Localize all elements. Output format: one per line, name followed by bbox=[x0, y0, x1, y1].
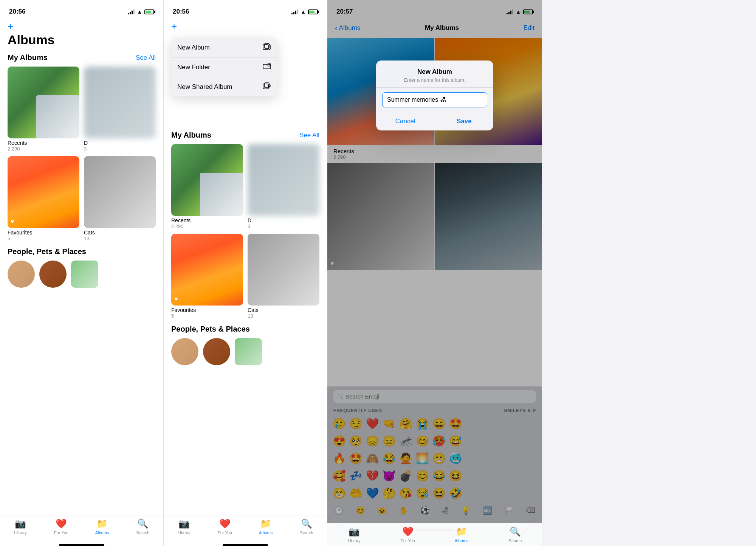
library-icon-1: 📷 bbox=[15, 518, 26, 529]
tab-foryou-label-3: For You bbox=[401, 538, 415, 543]
people-title-1: People, Pets & Places bbox=[8, 247, 156, 256]
my-albums-header-1: My Albums See All bbox=[0, 53, 163, 62]
tab-library-label-1: Library bbox=[14, 530, 27, 535]
tab-search-1[interactable]: 🔍 Search bbox=[122, 518, 163, 535]
tab-search-label-3: Search bbox=[509, 538, 522, 543]
see-all-button-1[interactable]: See All bbox=[136, 54, 156, 62]
battery-icon-1 bbox=[144, 9, 154, 14]
album-grid-1: Recents 2 290 D 3 ♥ Favourites 5 Cats 13 bbox=[0, 67, 163, 241]
album-item-cats-1[interactable]: Cats 13 bbox=[84, 156, 156, 241]
album-name-input[interactable] bbox=[382, 92, 487, 107]
album-count-cats-2: 13 bbox=[248, 313, 319, 319]
new-album-item[interactable]: New Album bbox=[171, 38, 277, 57]
heart-icon-1: ♥ bbox=[11, 218, 14, 225]
new-folder-icon bbox=[263, 63, 271, 71]
save-button[interactable]: Save bbox=[435, 112, 494, 130]
tab-search-label-2: Search bbox=[300, 530, 313, 535]
person-1[interactable] bbox=[8, 261, 35, 288]
tab-foryou-3[interactable]: ❤️ For You bbox=[381, 526, 435, 543]
people-row-2 bbox=[171, 338, 319, 365]
new-album-dialog: New Album Enter a name for this album. C… bbox=[376, 60, 493, 130]
library-icon-3: 📷 bbox=[349, 526, 360, 537]
see-all-button-2[interactable]: See All bbox=[299, 132, 319, 139]
tab-search-3[interactable]: 🔍 Search bbox=[488, 526, 542, 543]
album-name-d-1: D bbox=[84, 140, 156, 146]
signal-icon-2 bbox=[291, 9, 298, 14]
phone-panel-1: 20:56 ▲ + Albums My Albums See All Recen… bbox=[0, 0, 164, 546]
dialog-input-wrap bbox=[376, 88, 493, 112]
battery-icon-2 bbox=[308, 9, 318, 14]
album-grid-2: Recents 2 290 D 3 ♥ Favourites 5 Cats 13 bbox=[164, 144, 327, 319]
album-item-d-1[interactable]: D 3 bbox=[84, 67, 156, 152]
album-item-fav-2[interactable]: ♥ Favourites 5 bbox=[171, 234, 243, 319]
new-folder-item[interactable]: New Folder bbox=[171, 57, 277, 77]
map-thumb-2[interactable] bbox=[235, 338, 262, 365]
dialog-title: New Album bbox=[384, 68, 486, 76]
status-time-1: 20:56 bbox=[9, 8, 25, 16]
person-3[interactable] bbox=[171, 338, 198, 365]
album-count-recents-1: 2 290 bbox=[8, 146, 79, 152]
svg-rect-3 bbox=[263, 84, 268, 89]
tab-albums-1[interactable]: 📁 Albums bbox=[82, 518, 122, 535]
cancel-button[interactable]: Cancel bbox=[376, 112, 435, 130]
tab-albums-2[interactable]: 📁 Albums bbox=[245, 518, 286, 535]
tab-bar-3: 📷 Library ❤️ For You 📁 Albums 🔍 Search bbox=[327, 523, 542, 546]
album-name-d-2: D bbox=[248, 217, 319, 223]
new-shared-album-icon bbox=[263, 82, 271, 91]
album-item-recents-2[interactable]: Recents 2 290 bbox=[171, 144, 243, 229]
svg-rect-0 bbox=[263, 45, 268, 50]
tab-search-2[interactable]: 🔍 Search bbox=[286, 518, 327, 535]
map-thumb-1[interactable] bbox=[71, 261, 98, 288]
dialog-subtitle: Enter a name for this album. bbox=[384, 77, 486, 83]
dialog-overlay: New Album Enter a name for this album. C… bbox=[327, 0, 542, 546]
home-indicator-1 bbox=[59, 544, 104, 546]
tab-albums-3[interactable]: 📁 Albums bbox=[435, 526, 488, 543]
phone-panel-2: 20:56 ▲ + New Album bbox=[164, 0, 327, 546]
people-section-1: People, Pets & Places bbox=[0, 247, 163, 288]
people-title-2: People, Pets & Places bbox=[171, 325, 319, 333]
album-count-fav-2: 5 bbox=[171, 313, 243, 319]
album-count-cats-1: 13 bbox=[84, 236, 156, 241]
album-item-fav-1[interactable]: ♥ Favourites 5 bbox=[8, 156, 79, 241]
album-thumb-recents-2 bbox=[171, 144, 243, 216]
album-item-d-2[interactable]: D 3 bbox=[248, 144, 319, 229]
tab-library-2[interactable]: 📷 Library bbox=[164, 518, 204, 535]
status-time-2: 20:56 bbox=[173, 8, 189, 16]
dialog-header: New Album Enter a name for this album. bbox=[376, 60, 493, 88]
foryou-icon-1: ❤️ bbox=[56, 518, 67, 529]
heart-icon-2: ♥ bbox=[174, 296, 178, 302]
album-item-cats-2[interactable]: Cats 13 bbox=[248, 234, 319, 319]
signal-icon-1 bbox=[128, 9, 135, 14]
add-button-1[interactable]: + bbox=[8, 21, 156, 31]
tab-library-label-3: Library bbox=[348, 538, 361, 543]
albums-icon-3: 📁 bbox=[456, 526, 467, 537]
my-albums-label-2: My Albums bbox=[171, 131, 211, 140]
tab-bar-2: 📷 Library ❤️ For You 📁 Albums 🔍 Search bbox=[164, 515, 327, 543]
tab-library-3[interactable]: 📷 Library bbox=[327, 526, 381, 543]
albums-icon-1: 📁 bbox=[96, 518, 108, 529]
my-albums-header-2: My Albums See All bbox=[164, 131, 327, 140]
album-name-cats-1: Cats bbox=[84, 230, 156, 236]
albums-header-1: + Albums bbox=[0, 18, 163, 53]
person-2[interactable] bbox=[39, 261, 67, 288]
album-item-recents-1[interactable]: Recents 2 290 bbox=[8, 67, 79, 152]
dialog-actions: Cancel Save bbox=[376, 112, 493, 130]
person-4[interactable] bbox=[203, 338, 230, 365]
album-name-fav-1: Favourites bbox=[8, 230, 79, 236]
album-name-cats-2: Cats bbox=[248, 307, 319, 313]
tab-foryou-2[interactable]: ❤️ For You bbox=[204, 518, 245, 535]
status-icons-2: ▲ bbox=[291, 9, 318, 15]
new-album-label: New Album bbox=[177, 44, 210, 51]
albums-icon-2: 📁 bbox=[260, 518, 271, 529]
tab-foryou-1[interactable]: ❤️ For You bbox=[41, 518, 82, 535]
tab-library-1[interactable]: 📷 Library bbox=[0, 518, 41, 535]
status-bar-2: 20:56 ▲ bbox=[164, 0, 327, 18]
album-count-d-1: 3 bbox=[84, 146, 156, 152]
add-button-2[interactable]: + bbox=[171, 21, 319, 31]
people-row-1 bbox=[8, 261, 156, 288]
album-name-fav-2: Favourites bbox=[171, 307, 243, 313]
new-shared-album-item[interactable]: New Shared Album bbox=[171, 77, 277, 96]
tab-bar-1: 📷 Library ❤️ For You 📁 Albums 🔍 Search bbox=[0, 515, 163, 543]
tab-albums-label-2: Albums bbox=[259, 530, 273, 535]
foryou-icon-3: ❤️ bbox=[402, 526, 414, 537]
